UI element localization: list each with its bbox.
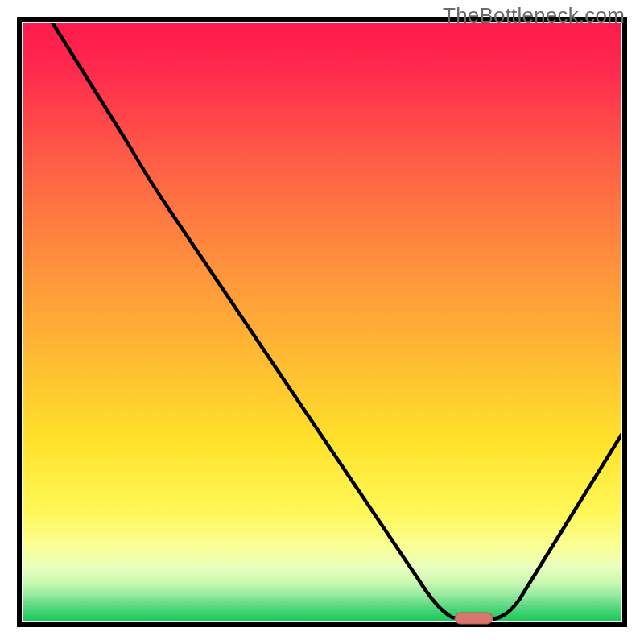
optimum-marker	[455, 613, 493, 624]
bottleneck-chart: TheBottleneck.com	[0, 0, 644, 644]
chart-svg	[0, 0, 644, 644]
watermark-text: TheBottleneck.com	[443, 3, 625, 28]
gradient-background	[23, 23, 621, 621]
